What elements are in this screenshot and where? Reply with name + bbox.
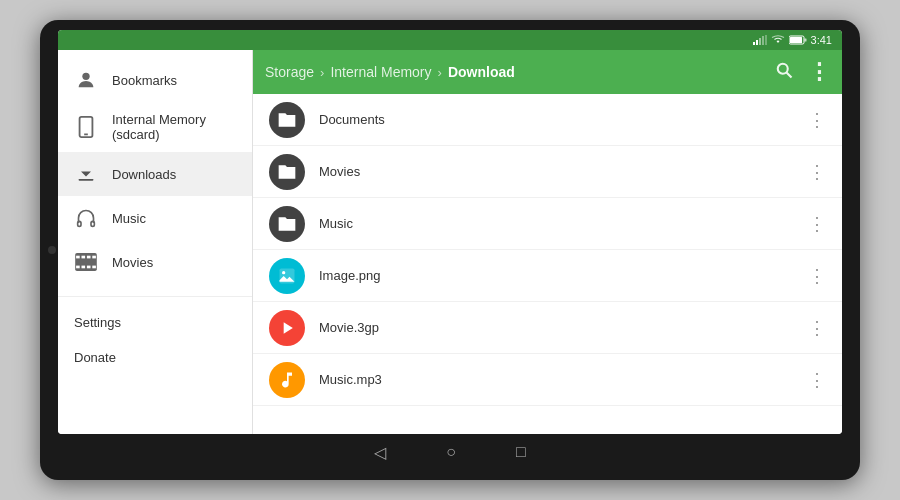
svg-point-8 [82,73,89,80]
breadcrumb-sep-1: › [320,65,324,80]
file-name-movies: Movies [319,164,794,179]
file-item-music[interactable]: Music.mp3 ⋮ [253,354,842,406]
folder-icon-movies [269,154,305,190]
tablet-screen: 3:41 Bookmarks [58,30,842,434]
svg-line-24 [787,72,792,77]
svg-rect-1 [756,40,758,45]
file-more-image[interactable]: ⋮ [808,267,826,285]
file-list: Documents ⋮ Movies ⋮ [253,94,842,434]
file-item-documents[interactable]: Documents ⋮ [253,94,842,146]
wifi-icon [771,35,785,45]
svg-rect-20 [82,266,86,269]
svg-rect-7 [804,39,806,42]
status-bar: 3:41 [58,30,842,50]
sidebar-label-downloads: Downloads [112,167,176,182]
svg-rect-0 [753,42,755,45]
svg-point-23 [778,63,788,73]
status-icons: 3:41 [753,34,832,46]
breadcrumb-sep-2: › [438,65,442,80]
file-name-image: Image.png [319,268,794,283]
svg-rect-4 [765,35,767,45]
file-name-music: Music.mp3 [319,372,794,387]
more-options-icon[interactable]: ⋮ [808,61,830,83]
sidebar-label-bookmarks: Bookmarks [112,73,177,88]
svg-rect-21 [87,266,91,269]
sidebar-label-donate: Donate [74,350,116,365]
image-icon-circle [269,258,305,294]
signal-icon [753,35,767,45]
svg-rect-16 [82,256,86,259]
action-bar: Storage › Internal Memory › Download [253,50,842,94]
sidebar: Bookmarks Internal Memory (sdcard) [58,50,253,434]
headphone-icon [74,206,98,230]
svg-rect-18 [92,256,96,259]
file-name-music-folder: Music [319,216,794,231]
breadcrumb-internal-memory: Internal Memory [330,64,431,80]
sidebar-label-internal-memory: Internal Memory (sdcard) [112,112,236,142]
home-button[interactable]: ○ [446,443,456,461]
svg-rect-13 [91,221,94,226]
file-item-movie[interactable]: Movie.3gp ⋮ [253,302,842,354]
camera-dot [48,246,56,254]
action-bar-icons: ⋮ [774,60,830,85]
file-name-movie: Movie.3gp [319,320,794,335]
svg-point-26 [282,271,285,274]
battery-icon [789,35,807,45]
file-more-movies[interactable]: ⋮ [808,163,826,181]
folder-icon-documents [269,102,305,138]
back-button[interactable]: ◁ [374,443,386,462]
breadcrumb-download: Download [448,64,515,80]
tablet-device: 3:41 Bookmarks [40,20,860,480]
file-more-movie[interactable]: ⋮ [808,319,826,337]
file-item-image[interactable]: Image.png ⋮ [253,250,842,302]
file-name-documents: Documents [319,112,794,127]
sidebar-item-donate[interactable]: Donate [58,340,252,375]
sidebar-item-movies[interactable]: Movies [58,240,252,284]
folder-icon-music [269,206,305,242]
breadcrumb: Storage › Internal Memory › Download [265,64,774,80]
recents-button[interactable]: □ [516,443,526,461]
file-more-music-folder[interactable]: ⋮ [808,215,826,233]
svg-rect-12 [78,221,81,226]
svg-rect-6 [790,37,802,43]
search-icon[interactable] [774,60,794,85]
sidebar-item-bookmarks[interactable]: Bookmarks [58,58,252,102]
video-icon-circle [269,310,305,346]
file-item-music-folder[interactable]: Music ⋮ [253,198,842,250]
sidebar-label-movies: Movies [112,255,153,270]
svg-rect-11 [79,179,94,181]
sidebar-item-music[interactable]: Music [58,196,252,240]
person-icon [74,68,98,92]
audio-icon-circle [269,362,305,398]
movie-icon [74,250,98,274]
file-more-music[interactable]: ⋮ [808,371,826,389]
svg-rect-17 [87,256,91,259]
sidebar-item-settings[interactable]: Settings [58,305,252,340]
svg-rect-2 [759,38,761,45]
breadcrumb-storage: Storage [265,64,314,80]
file-more-documents[interactable]: ⋮ [808,111,826,129]
sidebar-label-music: Music [112,211,146,226]
sidebar-label-settings: Settings [74,315,121,330]
sidebar-item-downloads[interactable]: Downloads [58,152,252,196]
bottom-nav: ◁ ○ □ [58,434,842,470]
sidebar-item-internal-memory[interactable]: Internal Memory (sdcard) [58,102,252,152]
app-body: Bookmarks Internal Memory (sdcard) [58,50,842,434]
download-icon [74,162,98,186]
file-item-movies[interactable]: Movies ⋮ [253,146,842,198]
svg-rect-19 [76,266,80,269]
svg-rect-3 [762,36,764,45]
svg-rect-15 [76,256,80,259]
phone-icon [74,115,98,139]
svg-rect-22 [92,266,96,269]
status-time: 3:41 [811,34,832,46]
right-panel: Storage › Internal Memory › Download [253,50,842,434]
